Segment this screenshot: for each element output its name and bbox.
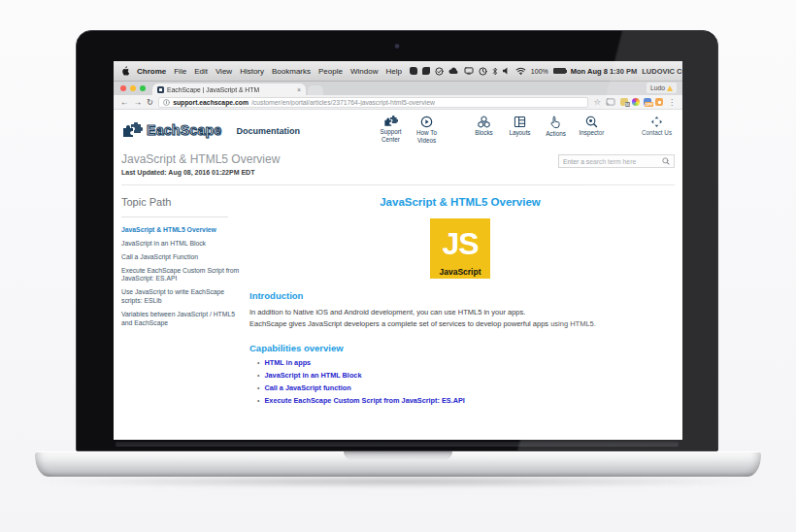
search-input[interactable]: [563, 158, 659, 165]
reload-button[interactable]: ↻: [147, 98, 153, 107]
search-icon[interactable]: [662, 157, 670, 165]
eachscape-logo[interactable]: EachScape: [121, 122, 221, 138]
warning-icon: [667, 85, 673, 91]
page-info-icon[interactable]: [163, 99, 170, 106]
menu-edit[interactable]: Edit: [194, 67, 208, 76]
bluetooth-icon[interactable]: [492, 67, 498, 76]
url-path: /customer/en/portal/articles/2371764-jav…: [251, 99, 435, 106]
cast-icon[interactable]: [606, 98, 615, 106]
browser-tab[interactable]: EachScape | JavaScript & HTM ×: [152, 83, 306, 95]
blocks-icon: [477, 116, 491, 128]
capabilities-list: •HTML in apps •JavaScript in an HTML Blo…: [249, 358, 671, 405]
sidebar-item-js-html5-overview[interactable]: JavaScript & HTML5 Overview: [121, 226, 240, 235]
dropbox-cloud-icon[interactable]: [448, 67, 459, 75]
sidebar-item-call-js-function[interactable]: Call a JavaScript Function: [121, 253, 240, 262]
sidebar-item-js-html-block[interactable]: JavaScript in an HTML Block: [121, 240, 240, 249]
bullet-dot: •: [257, 384, 259, 391]
menubar-app-name[interactable]: Chrome: [137, 67, 166, 76]
intro-line-2: EachScape gives JavaScript developers a …: [249, 318, 671, 330]
nav-contact-us[interactable]: Contact Us: [639, 116, 675, 137]
extension-icon[interactable]: [655, 98, 663, 106]
menu-history[interactable]: History: [240, 67, 264, 76]
link-call-js-function[interactable]: Call a JavaScript function: [264, 383, 350, 392]
nav-support-center[interactable]: Support Center: [373, 116, 409, 143]
battery-percent: 100%: [531, 68, 548, 75]
window-controls[interactable]: [120, 85, 146, 91]
zoom-window-button[interactable]: [140, 85, 146, 91]
battery-icon: [553, 68, 566, 74]
article-heading: JavaScript & HTML5 Overview: [249, 196, 671, 208]
article: JavaScript & HTML5 Overview JS JavaScrip…: [240, 196, 675, 409]
menu-window[interactable]: Window: [350, 67, 378, 76]
laptop-base: [35, 451, 761, 477]
link-js-html-block[interactable]: JavaScript in an HTML Block: [264, 371, 361, 380]
layouts-icon: [514, 116, 526, 128]
list-item: •JavaScript in an HTML Block: [257, 371, 671, 380]
laptop-shadow: [39, 476, 757, 487]
close-window-button[interactable]: [120, 85, 126, 91]
nav-inspector[interactable]: Inspector: [574, 116, 610, 137]
volume-icon[interactable]: [503, 67, 511, 75]
display-icon[interactable]: [464, 67, 474, 75]
extension-icon[interactable]: 50: [620, 98, 628, 106]
menubar-clock[interactable]: Mon Aug 8 1:30 PM: [571, 67, 637, 76]
nav-how-to-videos[interactable]: How To Videos: [409, 116, 445, 144]
bullet-dot: •: [257, 359, 259, 366]
check-circle-icon[interactable]: [435, 67, 444, 76]
bullet-dot: •: [257, 397, 259, 404]
back-button[interactable]: ←: [120, 98, 129, 107]
site-header: EachScape Documentation Support Center H…: [121, 116, 675, 144]
menu-bookmarks[interactable]: Bookmarks: [272, 67, 311, 76]
wifi-icon[interactable]: [515, 67, 526, 75]
menu-file[interactable]: File: [174, 67, 186, 76]
browser-tabstrip: EachScape | JavaScript & HTM × Ludo: [114, 82, 682, 95]
topic-divider: [121, 216, 228, 217]
javascript-logo: JS JavaScript: [430, 218, 490, 279]
menubar-user[interactable]: LUDOVIC COLLIN: [642, 67, 682, 76]
extension-badge: OFF: [645, 102, 653, 107]
topic-path-heading: Topic Path: [121, 196, 240, 208]
sidebar-item-es-api[interactable]: Execute EachScape Custom Script from Jav…: [121, 267, 240, 284]
menu-people[interactable]: People: [318, 67, 343, 76]
sidebar-item-eslib[interactable]: Use JavaScript to write EachScape script…: [121, 288, 240, 306]
menu-view[interactable]: View: [216, 67, 232, 76]
nav-blocks[interactable]: Blocks: [466, 116, 502, 137]
nav-layouts[interactable]: Layouts: [502, 116, 538, 137]
search-box[interactable]: [558, 154, 675, 168]
link-html-in-apps[interactable]: HTML in apps: [264, 358, 311, 367]
sidebar-item-variables[interactable]: Variables between JavaScript / HTML5 and…: [121, 311, 240, 328]
list-item: •Call a JavaScript function: [257, 383, 671, 392]
last-updated: Last Updated: Aug 08, 2016 01:22PM EDT: [121, 169, 280, 176]
page-title: JavaScript & HTML5 Overview: [121, 152, 280, 166]
tab-close-icon[interactable]: ×: [297, 86, 301, 93]
link-es-api[interactable]: Execute EachScape Custom Script from Jav…: [264, 396, 464, 405]
webcam-dot: [395, 44, 400, 49]
tab-favicon: [157, 86, 164, 93]
page-head: JavaScript & HTML5 Overview Last Updated…: [121, 152, 675, 176]
browser-menu-icon[interactable]: ⋮: [668, 98, 676, 107]
new-tab-button[interactable]: [308, 85, 323, 95]
browser-profile-chip[interactable]: Ludo: [647, 83, 677, 93]
nav-actions[interactable]: Actions: [538, 116, 574, 138]
profile-name: Ludo: [650, 84, 665, 91]
extension-icon[interactable]: OFF: [644, 98, 651, 106]
menu-help[interactable]: Help: [385, 67, 401, 76]
extension-badge: 50: [625, 102, 630, 107]
capabilities-heading: Capabilities overview: [249, 343, 671, 353]
forward-button[interactable]: →: [134, 98, 143, 107]
content-columns: Topic Path JavaScript & HTML5 Overview J…: [121, 196, 675, 409]
intro-paragraph: In addition to Native iOS and Android de…: [249, 307, 671, 329]
laptop-lid-notch: [344, 451, 452, 460]
minimize-window-button[interactable]: [130, 85, 136, 91]
color-wheel-extension-icon[interactable]: [632, 98, 640, 106]
apple-menu-icon[interactable]: [121, 66, 129, 76]
browser-toolbar: ← → ↻ support.eachscape.com/customer/en/…: [114, 95, 682, 110]
list-item: •HTML in apps: [257, 358, 671, 367]
status-app-icon[interactable]: [410, 67, 417, 75]
url-omnibox[interactable]: support.eachscape.com/customer/en/portal…: [158, 97, 588, 108]
page-content: EachScape Documentation Support Center H…: [114, 110, 682, 440]
macos-menubar: Chrome File Edit View History Bookmarks …: [114, 61, 682, 82]
time-machine-icon[interactable]: [479, 67, 487, 76]
status-app-icon[interactable]: [422, 67, 430, 75]
bookmark-star-icon[interactable]: ☆: [593, 97, 601, 107]
